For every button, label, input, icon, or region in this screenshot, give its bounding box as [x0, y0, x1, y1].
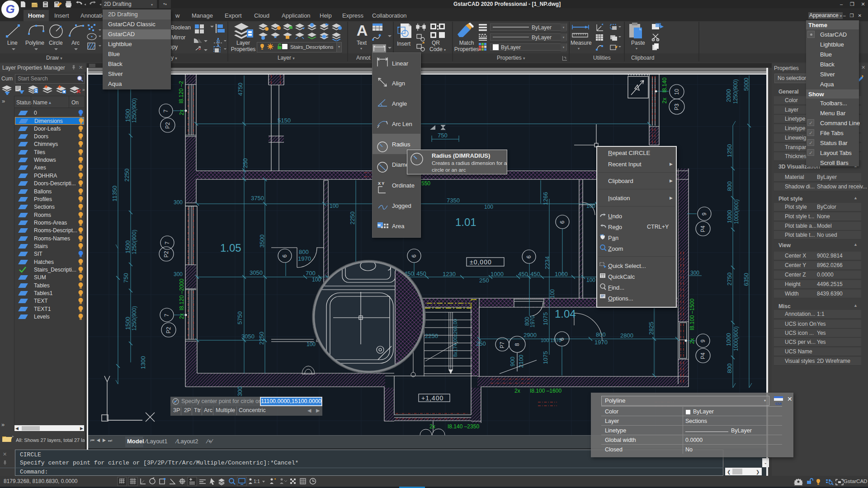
- svg-text:1970: 1970: [594, 339, 608, 346]
- svg-text:2250: 2250: [349, 211, 356, 225]
- svg-text:ByLayer: ByLayer: [532, 34, 552, 41]
- svg-text:7: 7: [163, 109, 169, 113]
- svg-text:+1,400: +1,400: [421, 394, 443, 402]
- svg-text:P2: P2: [163, 251, 170, 258]
- svg-text:1000(900): 1000(900): [733, 199, 740, 224]
- svg-text:100: 100: [549, 289, 556, 298]
- svg-text:1970: 1970: [298, 255, 311, 262]
- svg-text:5750: 5750: [236, 311, 243, 324]
- svg-text:7: 7: [164, 314, 170, 317]
- svg-text:800: 800: [726, 181, 733, 191]
- svg-text:I8.140 –2350: I8.140 –2350: [448, 423, 479, 430]
- svg-text:100: 100: [586, 203, 595, 209]
- svg-text:4750: 4750: [237, 83, 244, 96]
- svg-text:9: 9: [700, 339, 706, 343]
- svg-text:P7: P7: [499, 342, 505, 348]
- svg-text:Circle: Circle: [49, 40, 63, 46]
- svg-text:10: 10: [674, 89, 680, 95]
- svg-text:750: 750: [123, 273, 129, 283]
- svg-text:I8.120 –2000: I8.120 –2000: [179, 279, 185, 310]
- svg-text:3050: 3050: [250, 269, 263, 276]
- svg-text:1.04: 1.04: [555, 308, 576, 320]
- svg-text:450: 450: [518, 271, 528, 277]
- svg-text:I8.100 –1500: I8.100 –1500: [689, 299, 695, 330]
- svg-text:250: 250: [479, 277, 489, 284]
- svg-text:900: 900: [509, 357, 516, 366]
- svg-text:1000: 1000: [555, 271, 568, 277]
- svg-text:6: 6: [559, 221, 566, 224]
- svg-text:1075: 1075: [542, 312, 549, 325]
- svg-text:7350: 7350: [447, 197, 460, 204]
- svg-text:100: 100: [307, 341, 316, 347]
- svg-text:1500: 1500: [124, 317, 131, 330]
- svg-text:2x: 2x: [689, 338, 695, 344]
- svg-text:300: 300: [690, 270, 699, 276]
- svg-text:M: M: [377, 223, 381, 227]
- svg-text:2250: 2250: [425, 333, 438, 339]
- svg-text:6: 6: [282, 254, 288, 258]
- svg-text:2000: 2000: [725, 89, 732, 102]
- svg-text:6: 6: [559, 338, 565, 341]
- svg-text:5150: 5150: [278, 117, 291, 124]
- svg-text:7: 7: [164, 241, 170, 244]
- svg-text:ByLayer: ByLayer: [501, 44, 521, 51]
- svg-text:800: 800: [726, 363, 733, 373]
- svg-text:250: 250: [476, 340, 486, 347]
- svg-text:P2: P2: [165, 122, 171, 129]
- svg-text:6: 6: [526, 255, 532, 258]
- svg-text:300: 300: [174, 271, 183, 277]
- svg-text:P4: P4: [700, 352, 706, 359]
- svg-text:300: 300: [236, 386, 243, 396]
- svg-text:450: 450: [416, 270, 426, 277]
- svg-text:3050: 3050: [241, 333, 255, 340]
- svg-text:1300: 1300: [140, 356, 146, 369]
- svg-text:2x: 2x: [179, 313, 185, 319]
- svg-text:1250(900): 1250(900): [732, 79, 739, 104]
- svg-text:X Y: X Y: [378, 181, 384, 186]
- svg-text:2234: 2234: [544, 256, 551, 269]
- svg-text:2900: 2900: [524, 332, 537, 338]
- svg-text:100: 100: [330, 203, 339, 209]
- svg-text:1.05: 1.05: [220, 242, 241, 254]
- svg-text:1000: 1000: [726, 210, 733, 223]
- svg-text:100: 100: [586, 277, 595, 283]
- svg-text:1266: 1266: [542, 192, 549, 205]
- svg-text:250: 250: [242, 158, 249, 168]
- svg-text:100: 100: [312, 277, 321, 283]
- svg-text:2250: 2250: [123, 169, 130, 182]
- svg-text:1250(900): 1250(900): [131, 306, 137, 331]
- svg-text:Line: Line: [7, 40, 18, 46]
- svg-text:1000: 1000: [725, 333, 732, 346]
- svg-text:CUI: CUI: [775, 402, 782, 406]
- svg-text:5000: 5000: [743, 78, 750, 91]
- svg-text:2825: 2825: [648, 322, 655, 335]
- svg-text:2x: 2x: [661, 98, 668, 103]
- svg-text:8: 8: [514, 343, 520, 346]
- svg-text:1.01: 1.01: [455, 216, 476, 228]
- svg-text:1970: 1970: [529, 315, 536, 328]
- svg-text:1250(900): 1250(900): [131, 230, 137, 254]
- svg-text:2750: 2750: [726, 272, 733, 286]
- svg-text:1000: 1000: [491, 271, 504, 277]
- svg-text:1250(900): 1250(900): [131, 98, 137, 123]
- svg-text:1230: 1230: [443, 271, 456, 277]
- svg-text:700: 700: [306, 270, 316, 277]
- svg-text:1000(900): 1000(900): [733, 326, 739, 351]
- svg-text:P3: P3: [674, 103, 680, 110]
- svg-text:100: 100: [484, 204, 493, 210]
- svg-text:6: 6: [411, 254, 417, 258]
- svg-text:800: 800: [299, 249, 309, 255]
- svg-text:6350: 6350: [743, 273, 750, 286]
- svg-text:1500: 1500: [124, 240, 131, 253]
- svg-text:I8.100 –1600: I8.100 –1600: [530, 388, 561, 394]
- svg-text:I8.140: I8.140: [661, 77, 668, 93]
- svg-text:2800: 2800: [620, 332, 633, 339]
- svg-text:3500: 3500: [259, 235, 265, 248]
- svg-text:Polyline: Polyline: [25, 40, 44, 46]
- svg-text:ByLayer: ByLayer: [532, 24, 552, 31]
- svg-text:Arc: Arc: [71, 40, 80, 46]
- svg-text:»: »: [82, 87, 85, 92]
- svg-text:2250: 2250: [258, 332, 265, 345]
- svg-text:750: 750: [438, 132, 448, 139]
- svg-text:1:1: 1:1: [254, 479, 260, 484]
